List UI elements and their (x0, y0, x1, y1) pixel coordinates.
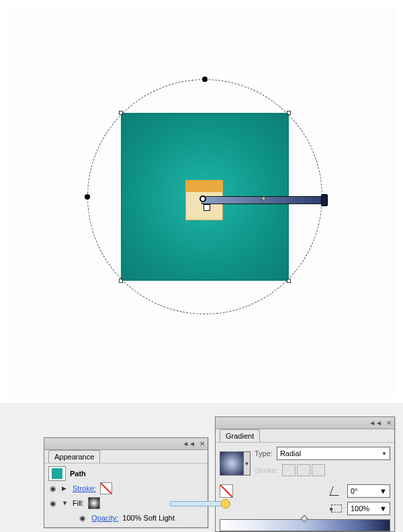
fill-swatch-radial-gradient[interactable] (88, 497, 100, 509)
appearance-panel[interactable]: ◄◄ ✕ Appearance Path ◉ ▶ Stroke: ◉ ▼ Fil… (44, 437, 208, 528)
angle-value: 0° (351, 487, 358, 495)
opacity-value: 100% Soft Light (122, 514, 175, 522)
gradient-type-select[interactable]: Radial ▼ (277, 447, 390, 460)
visibility-icon[interactable]: ◉ (48, 499, 58, 508)
reverse-gradient-btn[interactable] (220, 484, 233, 498)
gradient-tab[interactable]: Gradient (220, 429, 260, 442)
gradient-circle-handle-left[interactable] (85, 194, 90, 200)
gradient-type-value: Radial (280, 449, 301, 457)
gradient-circle-handle-top[interactable] (202, 77, 208, 82)
gradient-preset-dropdown[interactable]: ▼ (244, 451, 251, 476)
cursor-indicator (204, 204, 210, 211)
collapse-icon[interactable]: ◄◄ (182, 440, 195, 447)
connector-knob-icon (221, 499, 230, 508)
selection-handle-tl[interactable] (119, 111, 123, 115)
selection-handle-tr[interactable] (287, 111, 291, 115)
chevron-down-icon: ▼ (382, 451, 387, 457)
angle-icon (329, 486, 342, 496)
chevron-down-icon: ▼ (379, 487, 387, 495)
selection-handle-bl[interactable] (119, 279, 123, 283)
visibility-icon[interactable]: ◉ (48, 484, 58, 493)
gradient-angle-input[interactable]: 0° ▼ (347, 484, 390, 498)
gradient-midpoint[interactable] (300, 515, 308, 522)
selection-handle-br[interactable] (287, 279, 291, 283)
chevron-down-icon: ▼ (379, 504, 387, 513)
gradient-titlebar[interactable]: ◄◄ ✕ (216, 417, 394, 429)
disclosure-triangle-closed-icon[interactable]: ▶ (62, 485, 69, 492)
notepad-header (185, 180, 223, 192)
stroke-label[interactable]: Stroke: (73, 484, 96, 492)
gradient-preview-swatch[interactable] (220, 451, 244, 476)
object-type-label: Path (70, 470, 86, 478)
appearance-tab[interactable]: Appearance (48, 450, 100, 463)
stroke-label-disabled: Stroke: (255, 466, 278, 474)
opacity-label[interactable]: Opacity: (91, 514, 118, 522)
visibility-icon[interactable]: ◉ (78, 514, 87, 523)
gradient-origin-handle[interactable] (199, 195, 206, 202)
stroke-swatch-none[interactable] (100, 482, 112, 494)
stroke-gradient-mode-1 (282, 464, 296, 476)
stroke-gradient-mode-3 (312, 464, 325, 476)
stroke-gradient-mode-2 (297, 464, 310, 476)
gradient-panel[interactable]: ◄◄ ✕ Gradient ▼ Type: Radial ▼ Stroke: (215, 416, 395, 532)
object-thumbnail (48, 466, 66, 481)
close-icon[interactable]: ✕ (386, 419, 392, 427)
gradient-end-handle[interactable] (321, 194, 328, 206)
canvas-area[interactable] (0, 0, 403, 403)
aspect-value: 100% (351, 504, 369, 513)
type-label: Type: (255, 449, 273, 457)
appearance-titlebar[interactable]: ◄◄ ✕ (44, 438, 208, 450)
gradient-ramp[interactable] (220, 519, 390, 531)
close-icon[interactable]: ✕ (199, 440, 205, 447)
aspect-ratio-icon (331, 504, 342, 513)
fill-label: Fill: (73, 499, 84, 507)
disclosure-triangle-open-icon[interactable]: ▼ (62, 500, 69, 506)
gradient-aspect-input[interactable]: 100% ▼ (347, 502, 390, 515)
collapse-icon[interactable]: ◄◄ (369, 419, 382, 427)
panel-connector-indicator (169, 501, 227, 506)
